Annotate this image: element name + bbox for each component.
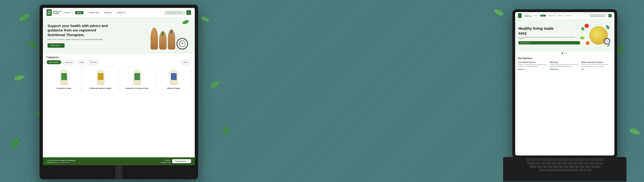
key-row-2 bbox=[505, 162, 625, 165]
dot-3[interactable] bbox=[566, 52, 568, 54]
tablet-nav-about[interactable]: About Us bbox=[566, 15, 571, 16]
logo-icon bbox=[46, 9, 52, 16]
tablet-service-link-2[interactable]: Take the quiz → bbox=[550, 68, 580, 70]
tablet-service-card-1: Free wellness check-in Support your heal… bbox=[518, 61, 548, 70]
tomato bbox=[584, 24, 589, 28]
tablet-device: inside out Health Hub Home | Shop | Heal… bbox=[512, 9, 617, 158]
tablet-frame: inside out Health Hub Home | Shop | Heal… bbox=[512, 9, 617, 158]
nav-shop[interactable]: Shop bbox=[75, 11, 84, 14]
filter-hay-fever[interactable]: Hay fever bbox=[63, 60, 75, 64]
basket-icon: 🛒 bbox=[186, 160, 189, 162]
dot-1[interactable] bbox=[562, 52, 563, 54]
product-image-3 bbox=[130, 69, 145, 87]
filter-immune[interactable]: Immune bbox=[87, 60, 99, 64]
cart-items-text: 2 (Items) Added to cart bbox=[161, 159, 170, 163]
dot-2[interactable] bbox=[564, 52, 566, 54]
tablet-nav-recipes[interactable]: Recipes bbox=[558, 15, 563, 16]
product-grid: Echinaforce Drops Pollinosan Hayfever Ta… bbox=[46, 67, 191, 93]
magnifying-glass bbox=[604, 38, 610, 47]
tablet-hero-image bbox=[580, 22, 611, 48]
monitor-screen: inside out Health Home | Shop | Health H… bbox=[43, 8, 195, 165]
filters-button[interactable]: Filters bbox=[181, 60, 191, 64]
spacebar-key[interactable] bbox=[546, 169, 579, 172]
bottle-2 bbox=[97, 71, 104, 85]
food-scatter bbox=[580, 22, 610, 48]
spoon-3 bbox=[168, 29, 175, 50]
keyboard bbox=[503, 157, 626, 182]
delivery-amount: 25.00 bbox=[48, 160, 53, 162]
site-logo: inside out Health bbox=[46, 9, 62, 16]
logo-health-text: Health bbox=[53, 12, 62, 15]
nav-health-hub[interactable]: Health Hub bbox=[88, 11, 99, 14]
pill-green bbox=[162, 32, 164, 36]
monitor-frame: inside out Health Home | Shop | Health H… bbox=[40, 5, 198, 179]
delivery-text: £ 25.00 more to enjoy free delivery bbox=[46, 160, 75, 162]
tablet-nav-links: Home | Shop | Health Hub | Recipes | Abo… bbox=[534, 15, 588, 16]
bottle-4 bbox=[170, 71, 178, 85]
broccoli bbox=[581, 27, 584, 30]
cart-info: 2 (Items) Added to cart View Basket 🛒 bbox=[161, 159, 191, 163]
spoon-2 bbox=[159, 31, 166, 50]
categories-section: Categories All Products Hay fever Sleep … bbox=[43, 54, 195, 157]
tablet-nav-shop[interactable]: Shop bbox=[540, 15, 546, 16]
tablet-service-link-1[interactable]: Book now → bbox=[518, 68, 548, 70]
tablet-service-card-3: Body composition analysis A quick analys… bbox=[582, 61, 612, 70]
pill-2 bbox=[153, 33, 155, 37]
view-basket-button[interactable]: View Basket 🛒 bbox=[172, 159, 191, 163]
progress-bar-container bbox=[46, 162, 70, 163]
tablet-service-cards: Free wellness check-in Support your heal… bbox=[518, 61, 612, 70]
key-row-spacebar bbox=[505, 169, 625, 172]
tablet-service-title-3: Body composition analysis bbox=[582, 61, 612, 63]
capsule-green bbox=[605, 24, 610, 30]
nav-home[interactable]: Home bbox=[64, 11, 70, 14]
product-card-1[interactable]: Echinaforce Drops bbox=[46, 67, 81, 93]
product-card-3[interactable]: Echinaforce Echinacea Drops bbox=[120, 67, 154, 93]
tablet-nav-health-hub[interactable]: Health Hub bbox=[549, 15, 555, 16]
tablet-cart-icon[interactable]: 🛒 bbox=[608, 14, 612, 17]
bottom-bar: £ 25.00 more to enjoy free delivery 2 (I… bbox=[43, 157, 195, 165]
tablet-nav-home[interactable]: Home bbox=[534, 15, 537, 16]
product-image-4 bbox=[166, 69, 181, 87]
cart-icon[interactable]: 🛒 bbox=[186, 10, 191, 15]
hero-title: Support your health with advice and guid… bbox=[48, 23, 113, 37]
tablet-logo-text: inside out Health Hub bbox=[524, 14, 532, 17]
tablet-navigation: inside out Health Hub Home | Shop | Heal… bbox=[515, 12, 614, 19]
progress-bar-fill bbox=[46, 162, 55, 163]
nav-recipes[interactable]: Recipes bbox=[104, 11, 112, 14]
lime bbox=[580, 36, 584, 39]
product-image-2 bbox=[93, 69, 108, 87]
wellness-checkin-button[interactable]: Free wellness check-in bbox=[165, 11, 185, 14]
product-card-4[interactable]: BetterYou Spray bbox=[156, 67, 191, 93]
tablet-service-text-2: Answer a few short questions before and … bbox=[550, 64, 580, 67]
filter-sleep[interactable]: Sleep bbox=[77, 60, 86, 64]
hero-image bbox=[148, 22, 190, 50]
category-filters: All Products Hay fever Sleep Immune Filt… bbox=[46, 60, 191, 64]
tablet-hero-text: Healthy living made easy We are Meghan's… bbox=[518, 26, 580, 44]
site-navigation: inside out Health Home | Shop | Health H… bbox=[43, 8, 195, 17]
tablet-hero-title: Healthy living made easy bbox=[518, 26, 560, 35]
product-name-1: Echinaforce Drops bbox=[56, 88, 71, 89]
tablet-service-title-1: Free wellness check-in bbox=[518, 61, 548, 63]
tablet-wellness-btn[interactable]: Free wellness check-in bbox=[590, 14, 606, 17]
spoon-1 bbox=[150, 27, 158, 50]
book-now-button[interactable]: Book now → bbox=[48, 43, 64, 48]
nav-about-us[interactable]: About Us bbox=[117, 11, 126, 14]
hero-carousel-dots bbox=[515, 51, 614, 55]
product-name-4: BetterYou Spray bbox=[167, 88, 180, 89]
bottle-3 bbox=[134, 71, 141, 85]
key-row-3 bbox=[505, 166, 625, 168]
tablet-services-title: Our Services bbox=[518, 57, 612, 60]
tablet-services: Our Services Free wellness check-in Supp… bbox=[515, 55, 614, 156]
tablet-service-link-3[interactable]: Info bbox=[582, 68, 612, 70]
delivery-info: £ 25.00 more to enjoy free delivery bbox=[46, 160, 75, 163]
monitor-stand bbox=[115, 165, 122, 179]
tablet-service-card-2: Sleep Quiz Answer a few short questions … bbox=[550, 61, 580, 70]
tablet-book-btn[interactable]: Find out more → bbox=[518, 41, 580, 44]
bottle-1 bbox=[60, 71, 68, 85]
product-name-2: Pollinosan Hayfever Tablets bbox=[90, 88, 111, 89]
hero-subtitle: Book a free 15 minute session sessions o… bbox=[48, 38, 148, 40]
categories-title: Categories bbox=[46, 56, 191, 59]
product-card-2[interactable]: Pollinosan Hayfever Tablets bbox=[83, 67, 118, 93]
clock-icon bbox=[176, 38, 188, 50]
filter-all-products[interactable]: All Products bbox=[46, 60, 61, 64]
